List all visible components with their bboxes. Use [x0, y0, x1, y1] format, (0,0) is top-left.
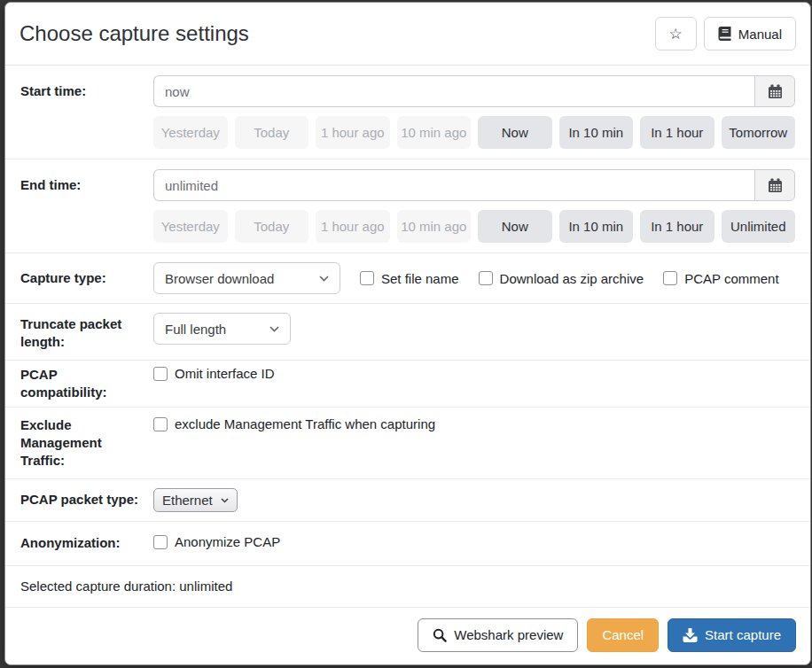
checkbox-box [360, 271, 374, 285]
truncate-length-label: Truncate packet length: [20, 313, 153, 351]
anonymization-label: Anonymization: [20, 534, 153, 552]
chevron-down-icon [319, 276, 329, 282]
start-time-calendar-button[interactable] [754, 75, 795, 107]
checkbox-box [479, 271, 493, 285]
form-row-exclude-management: Exclude Management Traffic: exclude Mana… [5, 408, 810, 479]
start-time-quick-buttons: Yesterday Today 1 hour ago 10 min ago No… [153, 116, 795, 149]
dialog-footer: Webshark preview Cancel Start capture [5, 608, 810, 664]
book-icon [718, 27, 731, 41]
form-row-packet-type: PCAP packet type: Ethernet [5, 479, 810, 522]
end-time-quick-buttons: Yesterday Today 1 hour ago 10 min ago No… [153, 210, 795, 243]
form-row-pcap-compatibility: PCAP compatibility: Omit interface ID [5, 361, 810, 408]
end-time-calendar-button[interactable] [754, 169, 795, 201]
calendar-icon [768, 178, 783, 193]
exclude-management-label: Exclude Management Traffic: [20, 416, 153, 470]
end-quick-1-hour-ago[interactable]: 1 hour ago [316, 210, 390, 243]
capture-type-select[interactable]: Browser download [153, 262, 340, 294]
pcap-comment-checkbox[interactable]: PCAP comment [663, 271, 778, 286]
start-quick-10-min-ago[interactable]: 10 min ago [397, 116, 472, 149]
calendar-icon [768, 84, 783, 99]
webshark-preview-button[interactable]: Webshark preview [418, 618, 578, 652]
checkbox-box [153, 535, 168, 549]
end-time-label: End time: [20, 169, 153, 194]
pcap-comment-label: PCAP comment [684, 271, 778, 286]
manual-label: Manual [738, 27, 782, 42]
star-icon: ☆ [669, 27, 683, 42]
checkbox-box [153, 417, 168, 431]
start-time-input-group [153, 75, 795, 107]
dialog-body: Start time: [5, 66, 810, 664]
capture-settings-dialog: Choose capture settings ☆ Manual Start t… [4, 2, 811, 665]
cancel-button[interactable]: Cancel [587, 618, 659, 652]
capture-duration-summary: Selected capture duration: unlimited [5, 566, 810, 608]
cancel-label: Cancel [602, 627, 644, 642]
start-quick-in-1-hour[interactable]: In 1 hour [640, 116, 714, 149]
omit-interface-id-label: Omit interface ID [175, 366, 275, 381]
form-row-capture-type: Capture type: Browser download Set file … [5, 253, 810, 304]
download-icon [683, 628, 698, 642]
end-quick-now[interactable]: Now [478, 210, 552, 243]
end-quick-unlimited[interactable]: Unlimited [722, 210, 796, 243]
end-time-input[interactable] [153, 169, 754, 201]
truncate-length-select[interactable]: Full length [153, 313, 291, 345]
capture-type-label: Capture type: [20, 262, 153, 287]
start-capture-label: Start capture [705, 627, 781, 642]
end-quick-yesterday[interactable]: Yesterday [153, 210, 228, 243]
form-row-truncate-length: Truncate packet length: Full length [5, 304, 810, 361]
favorite-button[interactable]: ☆ [655, 17, 697, 50]
search-icon [433, 628, 447, 642]
manual-button[interactable]: Manual [704, 17, 796, 50]
form-row-end-time: End time: [5, 159, 810, 253]
webshark-preview-label: Webshark preview [454, 627, 563, 642]
chevron-down-icon [269, 326, 279, 332]
form-row-anonymization: Anonymization: Anonymize PCAP [5, 522, 810, 566]
exclude-management-checkbox[interactable]: exclude Management Traffic when capturin… [153, 416, 435, 431]
end-quick-10-min-ago[interactable]: 10 min ago [397, 210, 472, 243]
dialog-header: Choose capture settings ☆ Manual [5, 3, 810, 66]
start-time-input[interactable] [153, 75, 754, 107]
checkbox-box [153, 367, 168, 381]
start-quick-now[interactable]: Now [478, 116, 552, 149]
start-quick-today[interactable]: Today [235, 116, 309, 149]
end-quick-in-1-hour[interactable]: In 1 hour [640, 210, 714, 243]
end-quick-today[interactable]: Today [235, 210, 309, 243]
download-zip-checkbox[interactable]: Download as zip archive [479, 271, 644, 286]
start-capture-button[interactable]: Start capture [668, 618, 796, 652]
exclude-management-checkbox-label: exclude Management Traffic when capturin… [175, 416, 435, 431]
start-quick-1-hour-ago[interactable]: 1 hour ago [316, 116, 390, 149]
start-quick-in-10-min[interactable]: In 10 min [559, 116, 634, 149]
end-time-input-group [153, 169, 795, 201]
header-actions: ☆ Manual [655, 17, 796, 50]
page-title: Choose capture settings [20, 19, 249, 48]
form-row-start-time: Start time: [5, 66, 810, 159]
omit-interface-id-checkbox[interactable]: Omit interface ID [153, 366, 275, 381]
start-quick-yesterday[interactable]: Yesterday [153, 116, 228, 149]
packet-type-select[interactable]: Ethernet [153, 488, 238, 512]
set-file-name-checkbox[interactable]: Set file name [360, 271, 459, 286]
anonymize-pcap-label: Anonymize PCAP [175, 534, 280, 549]
capture-type-selected-value: Browser download [165, 271, 274, 286]
pcap-compatibility-label: PCAP compatibility: [20, 366, 153, 401]
packet-type-label: PCAP packet type: [20, 488, 153, 509]
end-quick-in-10-min[interactable]: In 10 min [559, 210, 634, 243]
chevron-down-icon [221, 498, 229, 503]
start-time-label: Start time: [20, 75, 153, 100]
start-quick-tomorrow[interactable]: Tomorrow [722, 116, 796, 149]
anonymize-pcap-checkbox[interactable]: Anonymize PCAP [153, 534, 280, 549]
download-zip-label: Download as zip archive [500, 271, 644, 286]
truncate-length-selected-value: Full length [165, 322, 226, 337]
packet-type-selected-value: Ethernet [162, 493, 213, 508]
set-file-name-label: Set file name [381, 271, 459, 286]
checkbox-box [663, 271, 677, 285]
